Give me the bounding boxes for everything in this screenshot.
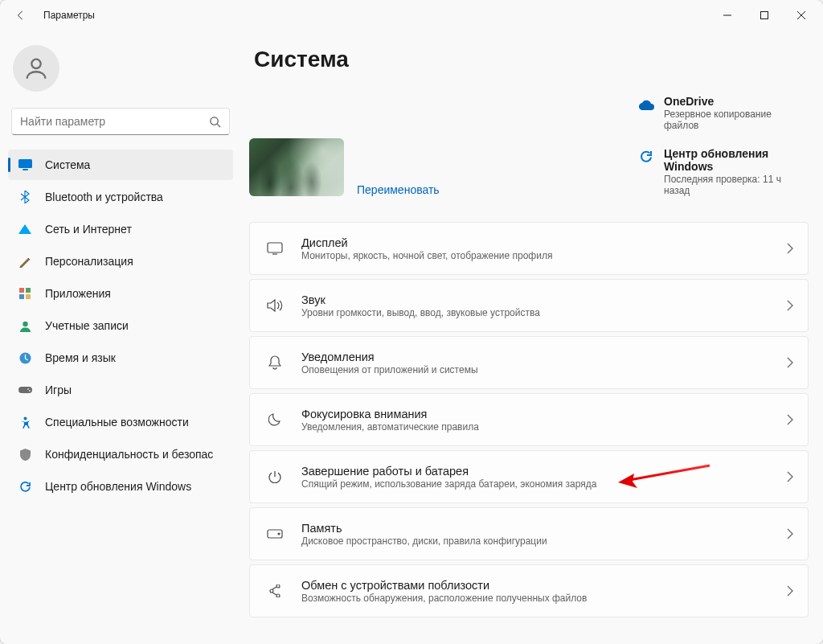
setting-display[interactable]: Дисплей Мониторы, яркость, ночной свет, … (249, 222, 809, 275)
svg-rect-0 (761, 12, 768, 19)
sidebar-item-system[interactable]: Система (8, 150, 233, 180)
content-area: Система Bluetooth и устройства Сеть и Ин… (0, 31, 823, 644)
svg-rect-5 (19, 288, 24, 293)
nav-list: Система Bluetooth и устройства Сеть и Ин… (6, 150, 235, 502)
bell-icon (261, 355, 289, 370)
setting-sub: Спящий режим, использование заряда батар… (301, 478, 596, 490)
device-box: Переименовать (249, 95, 440, 196)
svg-rect-8 (26, 294, 31, 299)
svg-rect-15 (268, 243, 282, 252)
setting-power[interactable]: Завершение работы и батарея Спящий режим… (249, 450, 809, 503)
header-row: Переименовать OneDrive Резервное копиров… (249, 95, 809, 196)
setting-text: Звук Уровни громкости, вывод, ввод, звук… (301, 293, 540, 318)
windows-update-icon (638, 149, 654, 165)
onedrive-text: OneDrive Резервное копирование файлов (664, 95, 809, 131)
sidebar: Система Bluetooth и устройства Сеть и Ин… (0, 31, 241, 644)
sidebar-item-label: Приложения (45, 287, 111, 300)
setting-title: Уведомления (301, 351, 478, 363)
system-icon (18, 158, 32, 172)
sidebar-item-time[interactable]: Время и язык (8, 343, 233, 373)
search-icon (209, 116, 221, 128)
wallpaper-thumb[interactable] (249, 138, 344, 196)
info-cards: OneDrive Резервное копирование файлов Це… (638, 95, 809, 196)
window-controls (709, 2, 820, 28)
profile-section[interactable] (6, 31, 235, 108)
annotation-arrow (615, 462, 711, 491)
svg-point-1 (31, 59, 40, 68)
bluetooth-icon (18, 190, 32, 204)
sidebar-item-update[interactable]: Центр обновления Windows (8, 471, 233, 502)
setting-sub: Дисковое пространство, диски, правила ко… (301, 535, 547, 547)
sound-icon (261, 299, 289, 312)
gaming-icon (18, 383, 32, 397)
svg-rect-6 (26, 288, 31, 293)
sidebar-item-label: Bluetooth и устройства (45, 191, 163, 203)
personalization-icon (18, 254, 32, 269)
rename-link[interactable]: Переименовать (357, 183, 440, 198)
chevron-right-icon (787, 300, 793, 311)
back-button[interactable] (10, 4, 32, 27)
main-content: Система Переименовать OneDrive (241, 31, 823, 644)
close-button[interactable] (783, 2, 820, 28)
sidebar-item-network[interactable]: Сеть и Интернет (8, 214, 233, 244)
settings-list: Дисплей Мониторы, яркость, ночной свет, … (249, 222, 809, 617)
svg-point-9 (23, 321, 27, 326)
setting-sound[interactable]: Звук Уровни громкости, вывод, ввод, звук… (249, 279, 809, 332)
chevron-right-icon (787, 414, 793, 425)
moon-icon (261, 413, 289, 426)
sidebar-item-personalization[interactable]: Персонализация (8, 246, 233, 277)
onedrive-card[interactable]: OneDrive Резервное копирование файлов (638, 95, 809, 131)
setting-storage[interactable]: Память Дисковое пространство, диски, пра… (249, 507, 809, 560)
power-icon (261, 470, 289, 483)
svg-point-2 (211, 117, 218, 124)
setting-notifications[interactable]: Уведомления Оповещения от приложений и с… (249, 336, 809, 389)
sidebar-item-label: Учетные записи (45, 319, 129, 332)
display-icon (261, 242, 289, 255)
onedrive-icon (638, 96, 654, 113)
setting-text: Завершение работы и батарея Спящий режим… (301, 465, 596, 490)
setting-share[interactable]: Обмен с устройствами поблизости Возможно… (249, 564, 809, 617)
time-icon (18, 351, 32, 365)
setting-title: Фокусировка внимания (301, 408, 479, 420)
sidebar-item-gaming[interactable]: Игры (8, 375, 233, 405)
chevron-right-icon (787, 243, 793, 254)
setting-text: Память Дисковое пространство, диски, пра… (301, 522, 547, 547)
sidebar-item-privacy[interactable]: Конфиденциальность и безопас (8, 439, 233, 470)
sidebar-item-accounts[interactable]: Учетные записи (8, 310, 233, 341)
sidebar-item-label: Игры (45, 384, 72, 396)
svg-point-13 (29, 390, 31, 392)
update-icon (18, 479, 32, 494)
svg-rect-4 (23, 169, 28, 170)
search-input[interactable] (20, 115, 209, 128)
sidebar-item-accessibility[interactable]: Специальные возможности (8, 407, 233, 437)
sidebar-item-label: Конфиденциальность и безопас (45, 448, 213, 461)
setting-title: Звук (301, 293, 540, 306)
svg-point-14 (23, 416, 27, 420)
setting-sub: Уведомления, автоматические правила (301, 421, 479, 433)
setting-sub: Мониторы, яркость, ночной свет, отображе… (301, 250, 552, 261)
setting-title: Память (301, 522, 547, 535)
setting-focus[interactable]: Фокусировка внимания Уведомления, автома… (249, 393, 809, 446)
sidebar-item-label: Время и язык (45, 351, 116, 364)
search-box[interactable] (11, 108, 230, 135)
network-icon (18, 222, 32, 236)
sidebar-item-bluetooth[interactable]: Bluetooth и устройства (8, 182, 233, 212)
svg-rect-7 (19, 294, 24, 299)
svg-rect-3 (18, 159, 32, 168)
maximize-button[interactable] (746, 2, 783, 28)
setting-title: Завершение работы и батарея (301, 465, 596, 478)
share-icon (261, 585, 289, 597)
storage-icon (261, 529, 289, 539)
update-text: Центр обновления Windows Последняя прове… (664, 147, 809, 196)
update-card[interactable]: Центр обновления Windows Последняя прове… (638, 147, 809, 196)
minimize-button[interactable] (709, 2, 746, 28)
update-sub: Последняя проверка: 11 ч назад (664, 174, 809, 196)
sidebar-item-label: Сеть и Интернет (45, 223, 132, 236)
sidebar-item-apps[interactable]: Приложения (8, 278, 233, 309)
update-title: Центр обновления Windows (664, 147, 809, 173)
setting-sub: Уровни громкости, вывод, ввод, звуковые … (301, 307, 540, 318)
chevron-right-icon (787, 528, 793, 539)
sidebar-item-label: Система (45, 158, 90, 171)
setting-text: Обмен с устройствами поблизости Возможно… (301, 579, 587, 604)
svg-point-12 (27, 388, 29, 390)
